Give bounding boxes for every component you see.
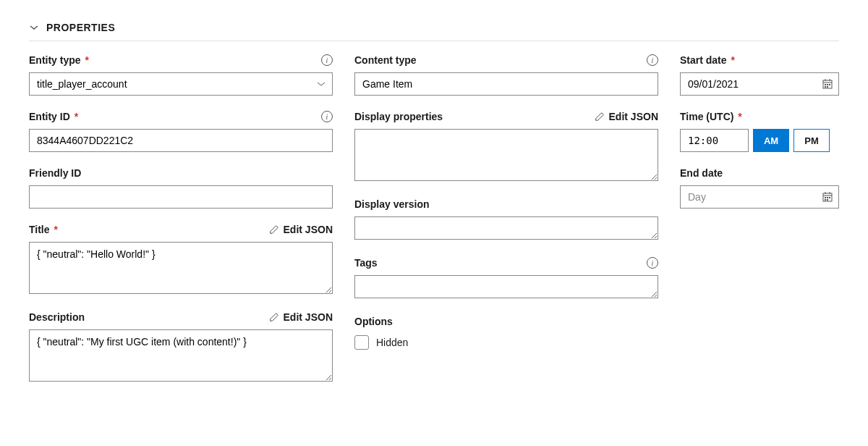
display-version-label: Display version bbox=[354, 198, 430, 210]
title-textarea[interactable] bbox=[29, 242, 333, 294]
entity-type-field: Entity type * i bbox=[29, 52, 333, 96]
display-version-input[interactable] bbox=[354, 216, 658, 240]
info-icon[interactable]: i bbox=[647, 54, 658, 66]
start-date-input[interactable] bbox=[680, 72, 839, 96]
pencil-icon bbox=[269, 312, 279, 322]
friendly-id-field: Friendly ID bbox=[29, 165, 333, 209]
entity-type-select[interactable] bbox=[29, 72, 333, 96]
tags-label: Tags bbox=[354, 257, 378, 269]
tags-input[interactable] bbox=[354, 275, 658, 298]
entity-id-label: Entity ID * bbox=[29, 111, 78, 122]
content-type-input[interactable] bbox=[354, 72, 658, 96]
am-toggle-button[interactable]: AM bbox=[753, 129, 789, 152]
hidden-checkbox-label: Hidden bbox=[376, 337, 408, 348]
info-icon[interactable]: i bbox=[321, 111, 333, 122]
properties-section-header[interactable]: PROPERTIES bbox=[29, 7, 839, 41]
section-title: PROPERTIES bbox=[46, 22, 115, 33]
display-properties-label: Display properties bbox=[354, 111, 443, 122]
description-field: Description Edit JSON bbox=[29, 309, 333, 384]
edit-json-button[interactable]: Edit JSON bbox=[269, 311, 333, 323]
time-input[interactable] bbox=[680, 129, 749, 152]
content-type-field: Content type i bbox=[354, 52, 658, 96]
entity-id-field: Entity ID * i bbox=[29, 109, 333, 152]
display-properties-field: Display properties Edit JSON bbox=[354, 109, 658, 183]
end-date-field: End date bbox=[680, 165, 839, 209]
description-label: Description bbox=[29, 311, 85, 323]
entity-id-input[interactable] bbox=[29, 129, 333, 152]
content-type-label: Content type bbox=[354, 54, 417, 66]
time-label: Time (UTC) * bbox=[680, 111, 742, 122]
entity-type-label: Entity type * bbox=[29, 54, 89, 66]
friendly-id-input[interactable] bbox=[29, 185, 333, 209]
start-date-label: Start date * bbox=[680, 54, 735, 66]
pencil-icon bbox=[595, 112, 605, 122]
display-version-field: Display version bbox=[354, 196, 658, 242]
end-date-input[interactable] bbox=[680, 185, 839, 209]
pencil-icon bbox=[269, 224, 279, 235]
chevron-down-icon bbox=[29, 22, 39, 33]
pm-toggle-button[interactable]: PM bbox=[793, 129, 830, 152]
edit-json-button[interactable]: Edit JSON bbox=[595, 111, 658, 122]
edit-json-button[interactable]: Edit JSON bbox=[269, 224, 333, 235]
title-field: Title * Edit JSON bbox=[29, 222, 333, 296]
title-label: Title * bbox=[29, 224, 58, 235]
info-icon[interactable]: i bbox=[321, 54, 333, 66]
hidden-checkbox[interactable] bbox=[354, 335, 369, 350]
friendly-id-label: Friendly ID bbox=[29, 167, 81, 179]
options-label: Options bbox=[354, 316, 393, 327]
info-icon[interactable]: i bbox=[647, 257, 658, 269]
tags-field: Tags i bbox=[354, 255, 658, 300]
description-textarea[interactable] bbox=[29, 329, 333, 382]
end-date-label: End date bbox=[680, 167, 723, 179]
start-date-field: Start date * bbox=[680, 52, 839, 96]
time-field: Time (UTC) * AM PM bbox=[680, 109, 839, 152]
options-field: Options Hidden bbox=[354, 314, 658, 350]
display-properties-textarea[interactable] bbox=[354, 129, 658, 181]
